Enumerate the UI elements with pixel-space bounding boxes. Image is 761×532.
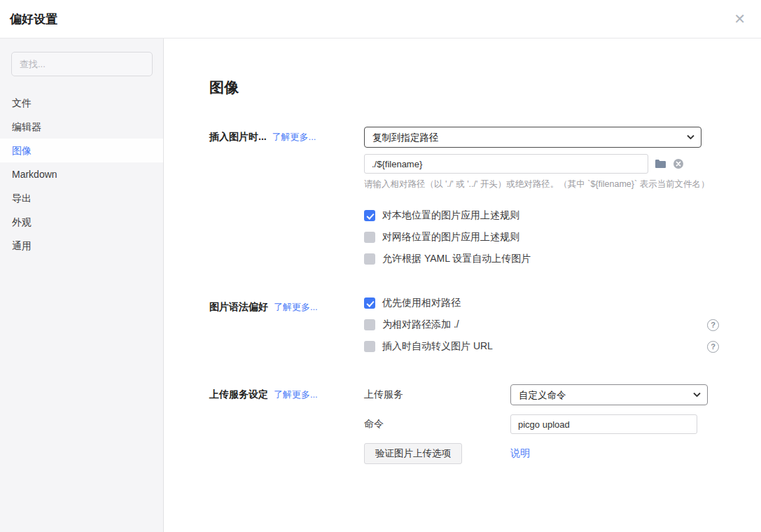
path-hint-text: 请输入相对路径（以 './' 或 '../' 开头）或绝对路径。（其中 `${f…	[364, 178, 719, 190]
sidebar-item-general[interactable]: 通用	[0, 234, 163, 258]
checkbox-box	[364, 210, 375, 221]
checkbox-yaml-auto-upload[interactable]: 允许根据 YAML 设置自动上传图片	[364, 253, 719, 265]
sidebar-item-files[interactable]: 文件	[0, 91, 163, 115]
checkbox-apply-local-images[interactable]: 对本地位置的图片应用上述规则	[364, 209, 719, 222]
command-input[interactable]	[510, 414, 697, 434]
uploader-select[interactable]: 自定义命令	[510, 384, 708, 405]
sidebar-item-image[interactable]: 图像	[0, 139, 163, 162]
section-insert-image: 插入图片时... 了解更多... 复制到指定路径	[209, 127, 719, 274]
sidebar-item-markdown[interactable]: Markdown	[0, 162, 163, 186]
test-uploader-button[interactable]: 验证图片上传选项	[364, 443, 462, 464]
upload-section-title: 上传服务设定	[209, 388, 268, 400]
checkbox-box	[364, 232, 375, 243]
checkbox-box	[364, 298, 375, 309]
window-title: 偏好设置	[10, 11, 57, 27]
checkbox-box	[364, 319, 375, 330]
checkbox-prefer-relative-path[interactable]: 优先使用相对路径	[364, 297, 719, 309]
folder-browse-icon[interactable]	[655, 159, 666, 169]
upload-learn-more-link[interactable]: 了解更多...	[274, 389, 318, 400]
command-label: 命令	[364, 418, 510, 430]
checkbox-apply-online-images[interactable]: 对网络位置的图片应用上述规则	[364, 231, 719, 244]
copy-path-input[interactable]	[364, 154, 648, 174]
checkbox-auto-escape-url[interactable]: 插入时自动转义图片 URL ?	[364, 340, 719, 353]
preferences-window: 偏好设置 ✕ 文件 编辑器 图像 Markdown 导出 外观 通用 图像 插入…	[0, 0, 761, 532]
settings-panel: 图像 插入图片时... 了解更多... 复制到指定路径	[164, 38, 761, 532]
section-image-syntax: 图片语法偏好 了解更多... 优先使用相对路径 为相对路径添加 ./ ?	[209, 297, 719, 362]
sidebar-nav: 文件 编辑器 图像 Markdown 导出 外观 通用	[0, 91, 163, 258]
sidebar: 文件 编辑器 图像 Markdown 导出 外观 通用	[0, 38, 164, 532]
checkbox-box	[364, 341, 375, 352]
checkbox-box	[364, 253, 375, 265]
help-icon[interactable]: ?	[707, 341, 719, 353]
insert-action-select[interactable]: 复制到指定路径	[364, 127, 701, 148]
sidebar-item-appearance[interactable]: 外观	[0, 210, 163, 234]
help-icon[interactable]: ?	[707, 319, 719, 331]
checkbox-add-dot-slash[interactable]: 为相对路径添加 ./ ?	[364, 318, 719, 331]
clear-path-icon[interactable]	[673, 158, 684, 169]
syntax-section-title: 图片语法偏好	[209, 301, 268, 312]
page-title: 图像	[209, 78, 719, 97]
uploader-select-wrap: 自定义命令	[510, 384, 708, 405]
sidebar-item-editor[interactable]: 编辑器	[0, 115, 163, 139]
syntax-learn-more-link[interactable]: 了解更多...	[274, 302, 318, 312]
insert-learn-more-link[interactable]: 了解更多...	[272, 132, 316, 142]
insert-section-title: 插入图片时...	[209, 131, 267, 142]
insert-action-select-wrap: 复制到指定路径	[364, 127, 701, 148]
search-input[interactable]	[11, 52, 153, 76]
close-icon[interactable]: ✕	[731, 9, 748, 29]
uploader-instructions-link[interactable]: 说明	[510, 447, 530, 460]
section-upload-service: 上传服务设定 了解更多... 上传服务 自定义命令	[209, 384, 719, 473]
titlebar: 偏好设置 ✕	[0, 0, 761, 38]
sidebar-item-export[interactable]: 导出	[0, 186, 163, 210]
uploader-label: 上传服务	[364, 388, 510, 401]
